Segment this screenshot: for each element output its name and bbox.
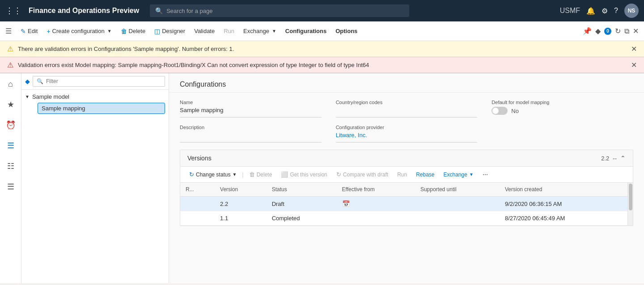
notification-icon[interactable]: 🔔 xyxy=(586,7,595,15)
name-field: Name Sample mapping xyxy=(180,100,322,117)
validate-label: Validate xyxy=(194,28,215,34)
error-close-button[interactable]: ✕ xyxy=(631,61,637,69)
effective-from-cell: 📅 xyxy=(337,197,415,211)
fullscreen-icon[interactable]: ◆ xyxy=(595,27,601,35)
pinned-icon[interactable]: 📌 xyxy=(583,27,592,35)
home-side-icon[interactable]: ⌂ xyxy=(5,77,16,92)
app-grid-icon[interactable]: ⋮⋮ xyxy=(5,6,21,16)
default-mapping-toggle[interactable] xyxy=(491,107,508,115)
designer-label: Designer xyxy=(162,28,185,34)
designer-button[interactable]: ◫ Designer xyxy=(151,26,189,37)
refresh-icon[interactable]: ↻ xyxy=(615,27,621,35)
run-button[interactable]: Run xyxy=(220,26,238,36)
tree-child-item[interactable]: Sample mapping xyxy=(38,103,165,114)
search-bar[interactable]: 🔍 xyxy=(150,4,409,17)
description-value[interactable] xyxy=(180,132,322,142)
versions-title: Versions xyxy=(187,155,212,162)
versions-run-label: Run xyxy=(397,172,407,178)
tree-collapse-icon[interactable]: ▼ xyxy=(25,94,30,99)
r-cell xyxy=(180,197,215,211)
star-side-icon[interactable]: ★ xyxy=(4,97,17,112)
versions-table: R... Version Status Effective from Suppo… xyxy=(180,183,627,226)
version-created-cell: 8/27/2020 06:45:49 AM xyxy=(500,211,627,226)
name-value: Sample mapping xyxy=(180,107,322,117)
hamburger-icon[interactable]: ☰ xyxy=(5,27,12,35)
list-side-icon[interactable]: ☰ xyxy=(4,138,17,153)
edit-icon: ✎ xyxy=(21,28,26,35)
name-label: Name xyxy=(180,100,322,105)
configurations-section-title: Configurations xyxy=(169,73,644,92)
tree-panel: ◆ 🔍 ▼ Sample model Sample mapping xyxy=(21,73,169,283)
user-avatar[interactable]: NS xyxy=(624,4,639,18)
col-status: Status xyxy=(267,183,337,197)
tree-parent-item[interactable]: ▼ Sample model xyxy=(25,93,165,100)
delete-label: Delete xyxy=(129,28,146,34)
exchange-chevron-icon: ▼ xyxy=(272,29,276,34)
filter-search-icon: 🔍 xyxy=(37,78,43,84)
version-created-cell: 9/2/2020 06:36:15 AM xyxy=(500,197,627,211)
exchange-button[interactable]: Exchange ▼ xyxy=(240,26,280,36)
validate-button[interactable]: Validate xyxy=(191,26,218,36)
versions-table-container: R... Version Status Effective from Suppo… xyxy=(180,183,633,226)
popout-icon[interactable]: ⧉ xyxy=(624,27,629,35)
top-nav-bar: ⋮⋮ Finance and Operations Preview 🔍 USMF… xyxy=(0,0,644,21)
country-value[interactable] xyxy=(336,107,478,117)
get-this-version-label: Get this version xyxy=(290,172,327,178)
country-label: Country/region codes xyxy=(336,100,478,105)
filter-icon[interactable]: ◆ xyxy=(25,78,30,85)
create-configuration-button[interactable]: + Create configuration ▼ xyxy=(43,26,115,37)
menu-side-icon[interactable]: ☰ xyxy=(4,179,17,194)
help-icon[interactable]: ? xyxy=(614,7,618,15)
versions-delete-icon: 🗑 xyxy=(249,171,255,178)
toggle-knob xyxy=(492,108,499,114)
versions-run-button[interactable]: Run xyxy=(394,170,411,180)
options-button[interactable]: Options xyxy=(332,26,361,36)
plus-icon: + xyxy=(47,28,50,35)
search-icon: 🔍 xyxy=(155,7,163,14)
configurations-button[interactable]: Configurations xyxy=(282,26,330,36)
table-row[interactable]: 1.1Completed8/27/2020 06:45:49 AM xyxy=(180,211,627,226)
versions-exchange-label: Exchange xyxy=(444,172,467,178)
table-row[interactable]: 2.2Draft📅9/2/2020 06:36:15 AM xyxy=(180,197,627,211)
effective-from-cell xyxy=(337,211,415,226)
versions-delete-button[interactable]: 🗑 Delete xyxy=(246,169,276,180)
compare-icon: ↻ xyxy=(336,171,341,178)
change-status-icon: ↻ xyxy=(189,171,194,178)
calendar-icon[interactable]: 📅 xyxy=(342,200,350,207)
side-icons-panel: ⌂ ★ ⏰ ☰ ☷ ☰ xyxy=(0,73,21,283)
versions-dash: -- xyxy=(613,155,617,162)
rebase-label: Rebase xyxy=(416,172,434,178)
warning-close-button[interactable]: ✕ xyxy=(631,45,637,53)
tree-content: ▼ Sample model Sample mapping xyxy=(21,90,169,117)
form-section: Name Sample mapping Country/region codes… xyxy=(169,92,644,150)
warning-icon: ⚠ xyxy=(7,45,13,53)
filter-input[interactable] xyxy=(46,78,161,84)
recent-side-icon[interactable]: ⏰ xyxy=(3,117,18,133)
top-right-icons: USMF 🔔 ⚙ ? NS xyxy=(560,4,639,18)
filter-input-container[interactable]: 🔍 xyxy=(33,76,165,87)
get-this-version-button[interactable]: ⬜ Get this version xyxy=(277,169,330,180)
change-status-button[interactable]: ↻ Change status ▼ xyxy=(186,169,240,180)
scrollbar[interactable] xyxy=(627,183,633,226)
compare-with-draft-button[interactable]: ↻ Compare with draft xyxy=(333,169,392,180)
settings-icon[interactable]: ⚙ xyxy=(602,7,608,15)
status-cell: Draft xyxy=(267,197,337,211)
close-icon[interactable]: ✕ xyxy=(633,27,639,35)
versions-number-area: 2.2 -- ⌃ xyxy=(601,155,626,162)
app-title: Finance and Operations Preview xyxy=(29,7,139,15)
notification-badge[interactable]: 0 xyxy=(604,28,611,35)
rebase-button[interactable]: Rebase xyxy=(412,170,438,180)
description-field: Description xyxy=(180,125,322,142)
more-options-button[interactable]: ⋯ xyxy=(479,170,491,180)
options-label: Options xyxy=(335,28,357,34)
edit-button[interactable]: ✎ Edit xyxy=(17,26,41,37)
delete-button[interactable]: 🗑 Delete xyxy=(117,26,149,37)
grid-side-icon[interactable]: ☷ xyxy=(4,159,17,174)
chevron-down-icon: ▼ xyxy=(107,29,112,34)
versions-collapse-icon[interactable]: ⌃ xyxy=(620,155,626,162)
provider-value[interactable]: Litware, Inc. xyxy=(336,132,478,142)
versions-exchange-button[interactable]: Exchange ▼ xyxy=(440,170,477,180)
search-input[interactable] xyxy=(166,8,404,14)
version-cell: 2.2 xyxy=(215,197,267,211)
error-icon: ⚠ xyxy=(7,61,13,69)
